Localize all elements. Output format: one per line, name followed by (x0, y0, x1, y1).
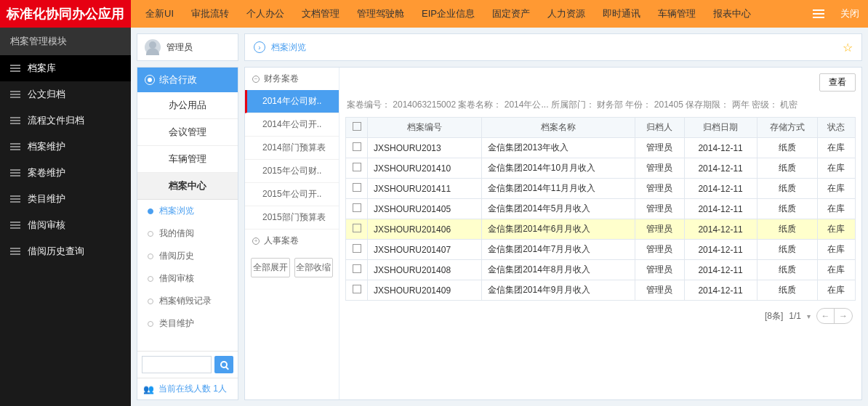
star-icon[interactable]: ☆ (843, 41, 853, 54)
minus-circle-icon: − (252, 76, 260, 83)
sidebar-item-0[interactable]: 档案库 (0, 55, 131, 81)
sidebar-item-1[interactable]: 公文归档 (0, 81, 131, 107)
expand-all-button[interactable]: 全部展开 (251, 258, 290, 277)
breadcrumb-title: 档案浏览 (271, 41, 306, 54)
archive-sub-1[interactable]: 我的借阅 (137, 222, 238, 245)
topnav-item-3[interactable]: 文档管理 (293, 8, 348, 19)
topnav-item-6[interactable]: 固定资产 (483, 8, 539, 19)
topnav-item-4[interactable]: 管理驾驶舱 (348, 8, 413, 19)
online-count: 👥 当前在线人数 1人 (137, 378, 238, 399)
table-row[interactable]: JXSHOURU201405金信集团2014年5月月收入管理员2014-12-1… (346, 199, 856, 219)
category-item-0[interactable]: 办公用品 (137, 92, 238, 119)
table-row[interactable]: JXSHOURU2013金信集团2013年收入管理员2014-12-11纸质在库 (346, 138, 856, 158)
radio-icon (148, 208, 153, 214)
radio-icon (148, 253, 153, 259)
archive-center-header: 档案中心 (137, 173, 238, 200)
topnav-item-2[interactable]: 个人办公 (238, 8, 293, 19)
tree-group-finance[interactable]: − 财务案卷 (245, 68, 339, 90)
sidebar-module-header: 档案管理模块 (0, 28, 131, 55)
archive-sub-4[interactable]: 档案销毁记录 (137, 290, 238, 312)
menu-bars-icon (10, 169, 20, 176)
left-sidebar: 档案管理模块 档案库公文归档流程文件归档档案维护案卷维护类目维护借阅审核借阅历史… (0, 28, 131, 406)
app-brand: 标准化协同办公应用 (0, 0, 131, 28)
collapse-all-button[interactable]: 全部收缩 (294, 258, 334, 277)
category-item-1[interactable]: 会议管理 (137, 119, 238, 146)
topnav-item-10[interactable]: 报表中心 (704, 8, 760, 19)
search-icon (220, 361, 228, 368)
topnav-item-0[interactable]: 全新UI (137, 8, 182, 19)
archive-sub-2[interactable]: 借阅历史 (137, 245, 238, 267)
category-item-2[interactable]: 车辆管理 (137, 146, 238, 173)
table-row[interactable]: JXSHOURU201407金信集团2014年7月月收入管理员2014-12-1… (346, 240, 856, 260)
col-header-5: 存储方式 (757, 118, 817, 138)
menu-bars-icon (10, 143, 20, 150)
radio-icon (148, 231, 153, 237)
topnav-item-1[interactable]: 审批流转 (182, 8, 238, 19)
menu-icon[interactable] (805, 0, 832, 28)
checkbox[interactable] (353, 183, 361, 192)
search-button[interactable] (214, 356, 233, 373)
checkbox[interactable] (353, 163, 361, 171)
back-icon[interactable]: › (254, 41, 265, 53)
sidebar-item-5[interactable]: 类目维护 (0, 186, 131, 212)
archive-sub-0[interactable]: 档案浏览 (137, 200, 238, 222)
checkbox[interactable] (353, 203, 361, 212)
archive-sub-3[interactable]: 借阅审核 (137, 267, 238, 290)
people-icon: 👥 (143, 384, 154, 394)
tree-group-hr[interactable]: + 人事案卷 (245, 230, 339, 252)
pager-total: [8条] (765, 310, 783, 322)
tree-leaf-3[interactable]: 2015年公司财.. (245, 160, 339, 183)
category-active[interactable]: 综合行政 (137, 68, 238, 92)
col-header-6: 状态 (817, 118, 855, 138)
radio-icon (148, 299, 153, 304)
col-header-4: 归档日期 (684, 118, 757, 138)
menu-bars-icon (10, 117, 20, 124)
pager-next[interactable]: → (835, 309, 852, 323)
person-icon (145, 75, 155, 85)
checkbox[interactable] (353, 244, 361, 253)
record-meta: 案卷编号： 2014063215002 案卷名称： 2014年公... 所属部门… (345, 96, 856, 117)
col-header-3: 归档人 (635, 118, 684, 138)
checkbox[interactable] (353, 264, 361, 273)
tree-leaf-5[interactable]: 2015部门预算表 (245, 206, 339, 230)
view-button[interactable]: 查看 (819, 73, 856, 92)
close-button[interactable]: 关闭 (832, 0, 868, 28)
tree-leaf-1[interactable]: 2014年公司开.. (245, 113, 339, 137)
topnav-item-5[interactable]: EIP企业信息 (413, 8, 483, 19)
table-row[interactable]: JXSHOURU201411金信集团2014年11月月收入管理员2014-12-… (346, 179, 856, 199)
checkbox[interactable] (353, 142, 361, 151)
table-row[interactable]: JXSHOURU201409金信集团2014年9月月收入管理员2014-12-1… (346, 280, 856, 301)
chevron-down-icon[interactable]: ▾ (807, 312, 811, 320)
topnav-item-7[interactable]: 人力资源 (539, 8, 594, 19)
menu-bars-icon (10, 222, 20, 229)
pager: [8条] 1/1 ▾ ← → (345, 301, 856, 331)
col-header-1: 档案编号 (368, 118, 482, 138)
radio-icon (148, 276, 153, 282)
checkbox[interactable] (353, 224, 361, 232)
sidebar-item-6[interactable]: 借阅审核 (0, 212, 131, 238)
menu-bars-icon (10, 91, 20, 98)
table-row[interactable]: JXSHOURU201406金信集团2014年6月月收入管理员2014-12-1… (346, 219, 856, 240)
sidebar-item-3[interactable]: 档案维护 (0, 134, 131, 160)
topnav-item-9[interactable]: 车辆管理 (649, 8, 704, 19)
user-name: 管理员 (166, 41, 193, 54)
radio-icon (148, 321, 153, 327)
archive-sub-5[interactable]: 类目维护 (137, 312, 238, 335)
sidebar-item-4[interactable]: 案卷维护 (0, 160, 131, 186)
table-row[interactable]: JXSHOURU201410金信集团2014年10月月收入管理员2014-12-… (346, 158, 856, 179)
checkbox[interactable] (353, 285, 361, 293)
user-card: 管理员 (137, 33, 238, 61)
search-input[interactable] (142, 356, 212, 373)
plus-circle-icon: + (252, 237, 260, 245)
tree-panel: − 财务案卷 2014年公司财..2014年公司开..2014部门预算表2015… (245, 68, 339, 399)
topnav-item-8[interactable]: 即时通讯 (594, 8, 649, 19)
table-row[interactable]: JXSHOURU201408金信集团2014年8月月收入管理员2014-12-1… (346, 260, 856, 280)
sidebar-item-7[interactable]: 借阅历史查询 (0, 238, 131, 264)
avatar-icon (145, 39, 161, 55)
tree-leaf-0[interactable]: 2014年公司财.. (245, 90, 339, 113)
tree-leaf-2[interactable]: 2014部门预算表 (245, 137, 339, 160)
sidebar-item-2[interactable]: 流程文件归档 (0, 107, 131, 134)
pager-prev[interactable]: ← (817, 309, 835, 323)
checkbox-all[interactable] (353, 122, 361, 131)
tree-leaf-4[interactable]: 2015年公司开.. (245, 183, 339, 206)
